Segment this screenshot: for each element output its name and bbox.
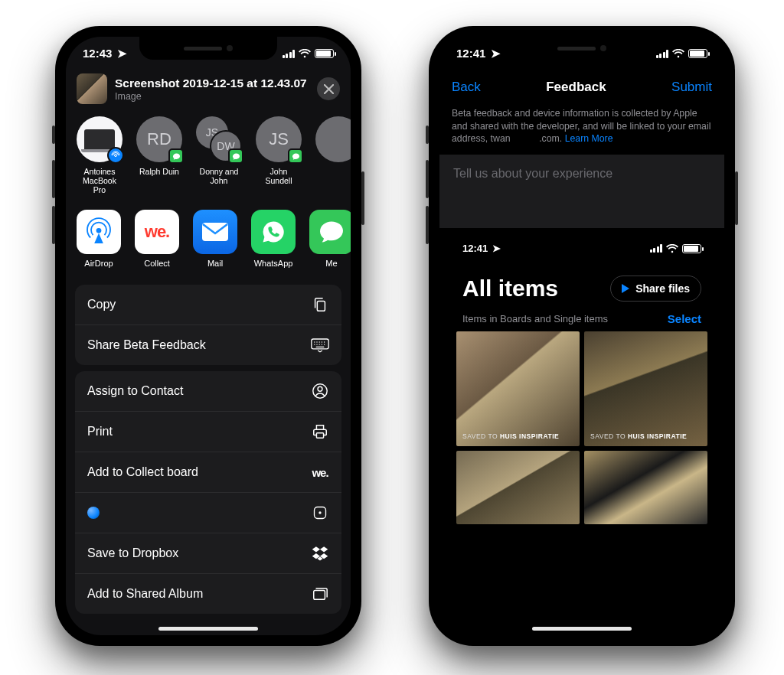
app-label: Mail <box>193 259 237 268</box>
battery-icon <box>688 49 707 58</box>
grid-tile[interactable]: SAVED TO HUIS INSPIRATIE <box>584 331 707 446</box>
mini-subtitle: Items in Boards and Single items <box>462 313 608 324</box>
share-subtitle: Image <box>115 91 309 102</box>
action-blue-dot[interactable] <box>75 492 341 533</box>
app-airdrop[interactable]: AirDrop <box>77 210 121 268</box>
wifi-icon <box>672 49 684 58</box>
contact-label: Ralph Duin <box>136 167 182 176</box>
contact-airdrop-mac[interactable]: Antoines MacBook Pro <box>77 116 122 194</box>
svg-point-6 <box>318 387 322 392</box>
collect-icon: we. <box>135 210 179 254</box>
collect-mark-icon: we. <box>311 463 329 481</box>
action-group-1: Copy Share Beta Feedback <box>75 285 341 365</box>
mini-status-bar: 12:41 ➤ <box>452 236 712 262</box>
action-label: Assign to Contact <box>87 384 183 398</box>
mini-grid: SAVED TO HUIS INSPIRATIE SAVED TO HUIS I… <box>452 331 712 529</box>
messages-badge-icon <box>228 148 243 164</box>
battery-icon <box>682 244 701 253</box>
grid-tile[interactable]: SAVED TO HUIS INSPIRATIE <box>456 331 580 446</box>
share-thumbnail <box>77 73 107 104</box>
mini-title: All items <box>462 276 558 302</box>
app-label: WhatsApp <box>251 259 296 268</box>
copy-icon <box>311 295 329 314</box>
action-group-2: Assign to Contact Print Add to Collect b… <box>75 371 341 614</box>
svg-rect-10 <box>314 591 325 600</box>
contact-group[interactable]: JS DW Donny and John <box>196 116 242 194</box>
messages-badge-icon <box>168 148 184 164</box>
cellular-icon <box>650 244 663 253</box>
phone-frame-right: 12:41 ➤ Back Feedback Submit Beta feedba… <box>429 26 735 646</box>
back-button[interactable]: Back <box>452 80 481 95</box>
airdrop-badge-icon <box>107 147 124 164</box>
close-button[interactable] <box>317 77 340 100</box>
contact-label: Donny and John <box>196 167 242 185</box>
action-label: Share Beta Feedback <box>87 338 206 352</box>
tile-chip: SAVED TO HUIS INSPIRATIE <box>462 432 559 440</box>
action-print[interactable]: Print <box>75 411 341 452</box>
blue-dot-icon <box>87 507 100 519</box>
cellular-icon <box>656 50 669 58</box>
action-add-collect[interactable]: Add to Collect board we. <box>75 452 341 492</box>
learn-more-link[interactable]: Learn More <box>565 133 613 144</box>
action-shared-album[interactable]: Add to Shared Album <box>75 573 341 614</box>
apps-row[interactable]: AirDrop we. Collect Mail WhatsApp <box>66 202 351 279</box>
whatsapp-icon <box>251 210 296 254</box>
action-label: Add to Shared Album <box>87 587 203 601</box>
action-beta-feedback[interactable]: Share Beta Feedback <box>75 324 341 365</box>
action-assign-contact[interactable]: Assign to Contact <box>75 371 341 411</box>
share-header: Screenshot 2019-12-15 at 12.43.07 Image <box>77 73 340 104</box>
svg-point-9 <box>319 512 321 514</box>
messages-icon <box>309 210 351 254</box>
app-label: Collect <box>135 259 179 268</box>
nav-bar: Back Feedback Submit <box>439 70 724 104</box>
close-icon <box>324 84 334 94</box>
action-label: Save to Dropbox <box>87 546 178 560</box>
screen-left: 12:43 ➤ Screenshot 2019-12-15 at 12.43.0… <box>66 37 351 635</box>
tile-chip: SAVED TO HUIS INSPIRATIE <box>590 432 687 440</box>
keyboard-icon <box>311 336 329 354</box>
screen-right: 12:41 ➤ Back Feedback Submit Beta feedba… <box>439 37 724 635</box>
submit-button[interactable]: Submit <box>671 80 712 95</box>
screenshot-attachment[interactable]: 12:41 ➤ All items Share files Items <box>452 236 712 529</box>
grid-tile[interactable] <box>584 451 707 524</box>
action-label: Add to Collect board <box>87 465 198 479</box>
dropbox-icon <box>311 544 329 562</box>
app-label: Me <box>309 259 351 268</box>
app-messages[interactable]: Me <box>309 210 351 268</box>
app-whatsapp[interactable]: WhatsApp <box>251 210 296 268</box>
home-indicator[interactable] <box>158 627 258 631</box>
info-text: Beta feedback and device information is … <box>439 104 724 155</box>
status-time: 12:41 ➤ <box>456 47 501 60</box>
select-button[interactable]: Select <box>668 312 701 325</box>
svg-point-1 <box>96 228 102 233</box>
wifi-icon <box>666 244 678 253</box>
messages-badge-icon <box>288 148 303 164</box>
contact-john[interactable]: JS John Sundell <box>256 116 302 194</box>
status-icons <box>283 49 335 58</box>
contact-ralph[interactable]: RD Ralph Duin <box>136 116 182 194</box>
contact-more[interactable] <box>315 116 351 194</box>
svg-point-0 <box>115 155 117 157</box>
album-icon <box>311 585 329 603</box>
action-label: Print <box>87 425 113 439</box>
share-files-button[interactable]: Share files <box>610 276 701 302</box>
mail-icon <box>193 210 237 254</box>
action-copy[interactable]: Copy <box>75 285 341 324</box>
feedback-textarea[interactable]: Tell us about your experience <box>439 155 724 228</box>
nav-title: Feedback <box>546 80 606 95</box>
grid-tile[interactable] <box>456 451 580 524</box>
contacts-row[interactable]: Antoines MacBook Pro RD Ralph Duin JS DW <box>66 112 351 202</box>
home-indicator[interactable] <box>532 627 632 631</box>
mini-status-time: 12:41 ➤ <box>462 243 501 254</box>
send-icon <box>622 284 629 293</box>
action-dropbox[interactable]: Save to Dropbox <box>75 533 341 573</box>
mini-header: All items Share files <box>452 262 712 303</box>
phone-frame-left: 12:43 ➤ Screenshot 2019-12-15 at 12.43.0… <box>55 26 361 646</box>
contact-icon <box>311 382 329 400</box>
svg-rect-3 <box>317 302 325 311</box>
share-title: Screenshot 2019-12-15 at 12.43.07 <box>115 77 309 90</box>
app-mail[interactable]: Mail <box>193 210 237 268</box>
mini-subrow: Items in Boards and Single items Select <box>452 303 712 331</box>
avatar <box>315 116 351 162</box>
app-collect[interactable]: we. Collect <box>135 210 179 268</box>
